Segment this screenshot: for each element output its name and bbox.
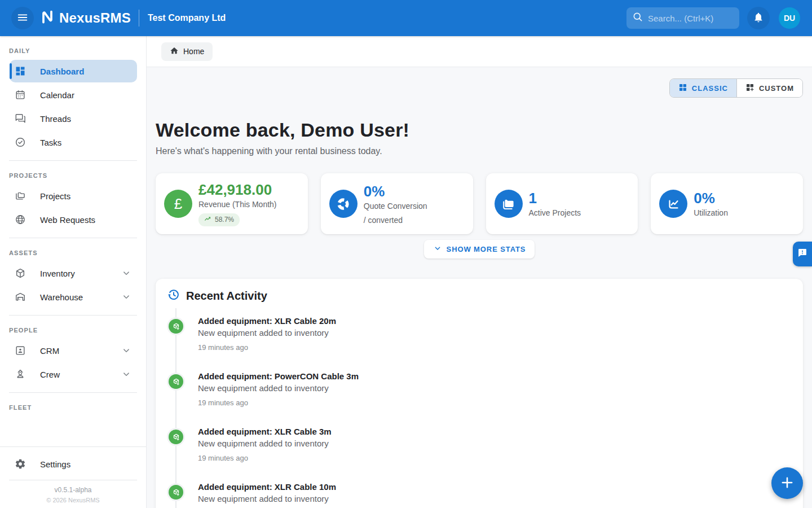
sidebar-item-label: Threads — [40, 114, 71, 124]
warehouse-icon — [15, 291, 26, 303]
breadcrumb-home-label: Home — [183, 47, 204, 56]
chevron-down-icon[interactable] — [121, 369, 131, 379]
activity-list-item[interactable]: Added equipment: PowerCON Cable 3m New e… — [167, 371, 789, 407]
activity-item-title: Added equipment: XLR Cable 3m — [198, 427, 332, 436]
sidebar-item-warehouse[interactable]: Warehouse — [10, 286, 137, 308]
breadcrumb-home[interactable]: Home — [161, 42, 213, 61]
activity-item-description: New equipment added to inventory — [198, 328, 336, 338]
activity-item-title: Added equipment: XLR Cable 10m — [198, 482, 336, 492]
global-search[interactable] — [626, 7, 739, 29]
hamburger-icon — [16, 11, 29, 25]
user-avatar[interactable]: DU — [779, 7, 800, 29]
activity-item-description: New equipment added to inventory — [198, 494, 336, 503]
app-logo[interactable]: NexusRMS — [39, 8, 131, 28]
app-version: v0.5.1-alpha — [0, 486, 146, 494]
activity-item-time: 19 minutes ago — [198, 454, 332, 462]
projects-icon — [15, 190, 26, 202]
sidebar-item-label: Dashboard — [40, 67, 84, 76]
stat-card-quote-conversion[interactable]: 0% Quote Conversion / converted — [321, 173, 473, 234]
section-label-fleet: FLEET — [0, 393, 146, 415]
chevron-down-icon[interactable] — [121, 345, 131, 356]
stat-card-active-projects[interactable]: 1 Active Projects — [486, 173, 638, 234]
sidebar-item-projects[interactable]: Projects — [10, 185, 137, 207]
sidebar-item-tasks[interactable]: Tasks — [10, 131, 137, 154]
section-label-daily: DAILY — [0, 36, 146, 59]
version-block: v0.5.1-alpha © 2026 NexusRMS — [0, 480, 146, 508]
page-subtitle: Here's what's happening with your rental… — [156, 146, 803, 156]
notifications-button[interactable] — [747, 7, 770, 29]
activity-item-description: New equipment added to inventory — [198, 383, 359, 393]
chevron-down-icon[interactable] — [121, 268, 131, 278]
custom-label: CUSTOM — [759, 84, 794, 93]
classic-label: CLASSIC — [692, 84, 728, 93]
app-name: NexusRMS — [59, 10, 131, 26]
trending-up-icon — [204, 215, 212, 225]
page-title: Welcome back, Demo User! — [156, 119, 803, 141]
sidebar: DAILY Dashboard Calendar Threads Tasks P… — [0, 36, 147, 508]
bell-icon — [753, 12, 764, 25]
recent-activity-panel: Recent Activity Added equipment: XLR Cab… — [156, 279, 803, 508]
activity-list-item[interactable]: Added equipment: XLR Cable 10m New equip… — [167, 482, 789, 508]
crm-contact-icon — [15, 345, 26, 356]
sidebar-item-crm[interactable]: CRM — [10, 339, 137, 362]
dashboard-icon — [15, 65, 26, 77]
show-more-stats-button[interactable]: SHOW MORE STATS — [424, 240, 535, 259]
section-label-people: PEOPLE — [0, 316, 146, 338]
equipment-added-icon — [167, 373, 185, 391]
sidebar-item-label: Web Requests — [40, 215, 95, 225]
equipment-added-icon — [167, 428, 185, 446]
activity-title: Recent Activity — [186, 290, 267, 303]
stat-value: 0% — [694, 190, 728, 206]
copyright: © 2026 NexusRMS — [0, 497, 146, 503]
search-input[interactable] — [648, 14, 732, 23]
activity-item-description: New equipment added to inventory — [198, 439, 332, 448]
sidebar-footer: Settings v0.5.1-alpha © 2026 NexusRMS — [0, 446, 146, 508]
sidebar-item-label: CRM — [40, 346, 59, 356]
stat-value: 1 — [529, 190, 581, 206]
activity-list-item[interactable]: Added equipment: XLR Cable 20m New equip… — [167, 316, 789, 352]
activity-list-item[interactable]: Added equipment: XLR Cable 3m New equipm… — [167, 427, 789, 462]
sidebar-item-web-requests[interactable]: Web Requests — [10, 208, 137, 231]
menu-button[interactable] — [11, 7, 34, 29]
pound-currency-icon: £ — [164, 190, 192, 218]
stat-label: Active Projects — [529, 208, 581, 217]
main-content: Home CLASSIC CUSTOM Welcome back, Demo U… — [147, 36, 812, 508]
sidebar-item-dashboard[interactable]: Dashboard — [10, 60, 137, 82]
topbar: NexusRMS Test Company Ltd DU — [0, 0, 812, 36]
tasks-icon — [15, 137, 26, 148]
dashboard-customize-icon — [745, 83, 754, 94]
inventory-box-icon — [15, 268, 26, 279]
chevron-down-icon[interactable] — [121, 292, 131, 302]
sidebar-item-label: Projects — [40, 191, 70, 201]
stats-row: £ £42,918.00 Revenue (This Month) 58.7% … — [156, 173, 803, 234]
add-new-button[interactable] — [771, 467, 803, 499]
stat-label: Utilization — [694, 208, 728, 217]
section-label-projects: PROJECTS — [0, 161, 146, 183]
sidebar-item-label: Calendar — [40, 90, 74, 100]
calendar-icon — [15, 89, 26, 100]
sidebar-item-calendar[interactable]: Calendar — [10, 84, 137, 106]
trend-value: 58.7% — [215, 216, 234, 224]
stat-value: £42,918.00 — [198, 182, 277, 198]
donut-chart-icon — [329, 190, 358, 218]
feedback-tab[interactable] — [793, 242, 812, 266]
custom-view-button[interactable]: CUSTOM — [736, 79, 802, 97]
plus-icon — [779, 475, 795, 492]
classic-view-button[interactable]: CLASSIC — [670, 79, 736, 97]
folder-icon — [495, 190, 523, 218]
sidebar-item-threads[interactable]: Threads — [10, 107, 137, 130]
sidebar-item-inventory[interactable]: Inventory — [10, 262, 137, 284]
stat-card-utilization[interactable]: 0% Utilization — [651, 173, 803, 234]
nexusrms-logo-icon — [39, 8, 56, 28]
activity-item-title: Added equipment: PowerCON Cable 3m — [198, 371, 359, 381]
feedback-bubble-icon — [797, 248, 807, 260]
sidebar-item-label: Tasks — [40, 138, 61, 147]
stat-card-revenue[interactable]: £ £42,918.00 Revenue (This Month) 58.7% — [156, 173, 308, 234]
history-icon — [167, 288, 180, 304]
sidebar-item-settings[interactable]: Settings — [10, 453, 137, 475]
chevron-down-icon — [433, 244, 442, 255]
sidebar-item-crew[interactable]: Crew — [10, 363, 137, 386]
sidebar-item-label: Settings — [40, 459, 70, 469]
stat-value: 0% — [364, 183, 427, 199]
search-icon — [632, 11, 643, 25]
